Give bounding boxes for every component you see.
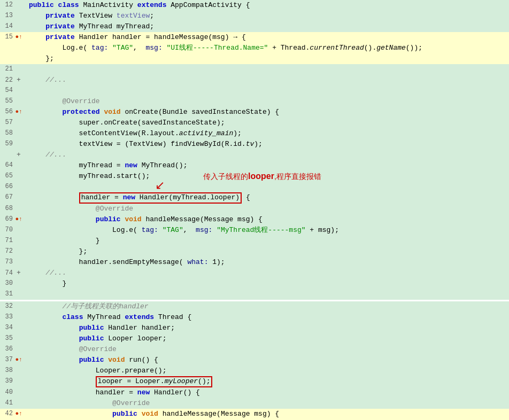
code-line-42: 42 ●↑ public void handleMessage(Message …	[0, 409, 509, 419]
marker-69: ●↑	[15, 215, 22, 224]
line-num-30: 30	[0, 278, 15, 288]
line-content-collapsed2: //...	[27, 268, 509, 278]
line-num-34: 34	[0, 323, 15, 332]
line-num-collapsed2: 74	[0, 268, 15, 278]
code-line-56: 56 ●↑ protected void onCreate(Bundle sav…	[0, 107, 509, 118]
code-line-36: 36 @Override	[0, 344, 509, 355]
line-num-36: 36	[0, 344, 15, 354]
line-content-72: };	[27, 246, 509, 257]
code-line-57: 57 super.onCreate(savedInstanceState);	[0, 118, 509, 128]
code-line-30: 30 }	[0, 278, 509, 289]
code-line-collapsed1: + //...	[0, 150, 509, 160]
line-num-31: 31	[0, 289, 15, 299]
line-content-71: }	[27, 236, 509, 246]
line-content-32: //与子线程关联的handler	[27, 301, 509, 312]
line-content-59: textView = (TextView) findViewById(R.id.…	[27, 139, 509, 150]
gutter-57: 57	[0, 118, 27, 127]
line-num-73: 73	[0, 257, 15, 267]
line-content-collapsed1: //...	[27, 150, 509, 160]
gutter-38: 38	[0, 365, 27, 375]
code-line-32: 32 //与子线程关联的handler	[0, 301, 509, 312]
line-num-66: 66	[0, 182, 15, 191]
code-line-58: 58 setContentView(R.layout.activity_main…	[0, 128, 509, 139]
code-line-15b: Log.e( tag: "TAG", msg: "UI线程-----Thread…	[0, 43, 509, 53]
line-content-37: public void run() {	[27, 355, 509, 365]
line-num-13: 13	[0, 11, 15, 20]
line-content-35: public Looper looper;	[27, 333, 509, 344]
line-num-21: 21	[0, 64, 15, 74]
marker-56: ●↑	[15, 107, 22, 116]
gutter-59: 59	[0, 139, 27, 149]
gutter-collapsed2: 74 +	[0, 268, 27, 278]
line-content-39: looper = Looper.myLooper();	[27, 376, 509, 387]
line-content-31	[27, 289, 509, 300]
line-content-42: public void handleMessage(Message msg) {	[27, 409, 509, 419]
gutter-22: 22 +	[0, 75, 27, 85]
code-line-37: 37 ●↑ public void run() {	[0, 355, 509, 365]
line-content-56: protected void onCreate(Bundle savedInst…	[27, 107, 509, 118]
code-line-13: 13 private TextView textView;	[0, 11, 509, 21]
code-line-64: 64 myThread = new MyThread();	[0, 160, 509, 171]
line-content-66	[27, 182, 509, 192]
gutter-36: 36	[0, 344, 27, 354]
line-content-22: //...	[27, 75, 509, 85]
line-num-54: 54	[0, 85, 15, 95]
code-line-21: 21	[0, 64, 509, 75]
code-editor: 12 public class MainActivity extends App…	[0, 0, 509, 420]
code-line-14: 14 private MyThread myThread;	[0, 21, 509, 32]
code-line-41: 41 @Override	[0, 398, 509, 409]
code-line-22: 22 + //...	[0, 75, 509, 85]
gutter-71: 71	[0, 236, 27, 245]
line-content-54	[27, 85, 509, 96]
code-line-12: 12 public class MainActivity extends App…	[0, 0, 509, 11]
gutter-66: 66	[0, 182, 27, 191]
line-num-57: 57	[0, 118, 15, 127]
line-content-15c: };	[27, 53, 509, 64]
line-content-58: setContentView(R.layout.activity_main);	[27, 128, 509, 139]
line-num-32: 32	[0, 301, 15, 311]
line-num-69: 69	[0, 214, 15, 224]
line-content-30: }	[27, 278, 509, 289]
gutter-32: 32	[0, 301, 27, 311]
line-num-39: 39	[0, 376, 15, 386]
code-line-72: 72 };	[0, 246, 509, 257]
gutter-39: 39	[0, 376, 27, 386]
line-num-70: 70	[0, 225, 15, 235]
line-content-55: @Override	[27, 96, 509, 107]
code-line-55: 55 @Override	[0, 96, 509, 107]
gutter-72: 72	[0, 246, 27, 256]
gutter-21: 21	[0, 64, 27, 74]
line-num-65: 65	[0, 171, 15, 181]
code-line-71: 71 }	[0, 236, 509, 246]
line-num-41: 41	[0, 398, 15, 408]
gutter-15: 15 ●↑	[0, 32, 27, 42]
code-line-39: 39 looper = Looper.myLooper();	[0, 376, 509, 387]
line-num-58: 58	[0, 128, 15, 138]
line-content-36: @Override	[27, 344, 509, 355]
gutter-13: 13	[0, 11, 27, 20]
line-content-21	[27, 64, 509, 75]
code-line-65: 65 myThread.start(); 传入子线程的looper,程序直接报错…	[0, 171, 509, 182]
code-line-69: 69 ●↑ public void handleMessage(Message …	[0, 214, 509, 225]
code-line-67: 67 handler = new Handler(myThread.looper…	[0, 192, 509, 204]
line-num-22: 22	[0, 75, 15, 85]
line-content-41: @Override	[27, 398, 509, 409]
gutter-collapsed1: +	[0, 150, 27, 160]
line-num-37: 37	[0, 355, 15, 364]
line-num-55: 55	[0, 96, 15, 106]
gutter-55: 55	[0, 96, 27, 106]
marker-37: ●↑	[15, 355, 22, 364]
code-line-15: 15 ●↑ private Handler handler = handleMe…	[0, 32, 509, 43]
gutter-42: 42 ●↑	[0, 409, 27, 418]
gutter-69: 69 ●↑	[0, 214, 27, 224]
line-num-12: 12	[0, 0, 15, 10]
line-num-33: 33	[0, 312, 15, 322]
line-content-40: handler = new Handler() {	[27, 387, 509, 398]
gutter-58: 58	[0, 128, 27, 138]
code-line-15c: };	[0, 53, 509, 64]
code-line-31: 31	[0, 289, 509, 300]
gutter-64: 64	[0, 160, 27, 170]
line-num-40: 40	[0, 387, 15, 397]
marker-15: ●↑	[15, 33, 22, 42]
gutter-68: 68	[0, 204, 27, 213]
